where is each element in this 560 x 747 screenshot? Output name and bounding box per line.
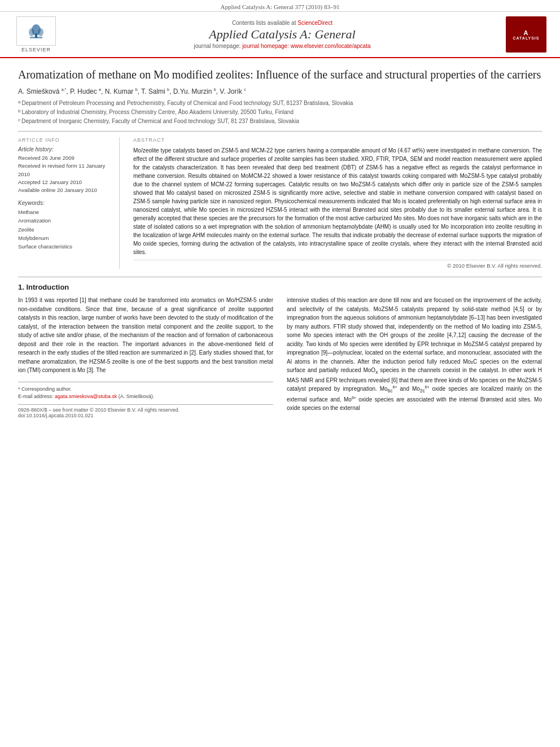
article-info-col: ARTICLE INFO Article history: Received 2… <box>18 137 120 269</box>
footnote-email-address[interactable]: agata.smieskova@stuba.sk <box>55 394 117 399</box>
history-label: Article history: <box>18 146 112 152</box>
abstract-col: ABSTRACT Mo/zeolite type catalysts based… <box>133 137 542 269</box>
contents-line: Contents lists available at ScienceDirec… <box>59 20 506 26</box>
doi-text: doi:10.1016/j.apcata.2010.01.021 <box>18 413 273 418</box>
introduction-section: 1. Introduction In 1993 it was reported … <box>18 277 542 418</box>
keywords-section: Keywords: Methane Aromatization Zeolite … <box>18 200 112 251</box>
keyword-methane: Methane <box>18 208 112 216</box>
keyword-aromatization: Aromatization <box>18 216 112 225</box>
catalysis-logo: A CATALYSIS <box>506 16 546 53</box>
authors: A. Smiešková a,*, P. Hudec a, N. Kumar b… <box>18 88 542 95</box>
svg-point-3 <box>38 28 43 36</box>
svg-rect-4 <box>30 37 42 38</box>
page: Applied Catalysis A: General 377 (2010) … <box>0 0 560 747</box>
intro-right-col: intensive studies of this reaction are d… <box>287 296 542 418</box>
article-title: Aromatization of methane on Mo modified … <box>18 67 542 82</box>
intro-two-col: In 1993 it was reported [1] that methane… <box>18 296 542 418</box>
history-received: Received 26 June 2009 <box>18 154 112 162</box>
journal-header: ELSEVIER Contents lists available at Sci… <box>0 12 560 58</box>
article-content: Aromatization of methane on Mo modified … <box>0 58 560 427</box>
article-history: Article history: Received 26 June 2009 R… <box>18 146 112 194</box>
history-available: Available online 20 January 2010 <box>18 186 112 194</box>
intro-heading: 1. Introduction <box>18 283 542 291</box>
copyright-line: © 2010 Elsevier B.V. All rights reserved… <box>133 260 542 269</box>
keyword-surface: Surface characteristics <box>18 242 112 251</box>
elsevier-logo: ELSEVIER <box>14 16 59 53</box>
footnote-email: E-mail address: agata.smieskova@stuba.sk… <box>18 393 273 401</box>
affiliation-b: b Laboratory of Industrial Chemistry, Pr… <box>18 108 542 116</box>
abstract-label: ABSTRACT <box>133 137 542 143</box>
top-citation-bar: Applied Catalysis A: General 377 (2010) … <box>0 0 560 12</box>
journal-homepage: journal homepage: journal homepage: www.… <box>59 43 506 49</box>
keyword-molybdenum: Molybdenum <box>18 234 112 242</box>
intro-left-col: In 1993 it was reported [1] that methane… <box>18 296 273 418</box>
affiliation-a: a Department of Petroleum Processing and… <box>18 99 542 107</box>
affiliations: a Department of Petroleum Processing and… <box>18 99 542 125</box>
journal-title: Applied Catalysis A: General <box>59 27 506 42</box>
bottom-bar: 0926-860X/$ – see front matter © 2010 El… <box>18 404 273 418</box>
issn-text: 0926-860X/$ – see front matter © 2010 El… <box>18 407 273 413</box>
history-revised: Received in revised form 11 January 2010 <box>18 162 112 178</box>
keyword-zeolite: Zeolite <box>18 225 112 234</box>
citation-text: Applied Catalysis A: General 377 (2010) … <box>221 3 340 10</box>
intro-right-text: intensive studies of this reaction are d… <box>287 296 542 413</box>
elsevier-text: ELSEVIER <box>21 47 51 53</box>
footnote-author-name: (A. Smiešková). <box>119 394 155 399</box>
keywords-label: Keywords: <box>18 200 112 206</box>
footnote-corresponding: * Corresponding author. <box>18 386 273 394</box>
footnote-section: * Corresponding author. E-mail address: … <box>18 382 273 401</box>
elsevier-logo-box <box>16 16 56 46</box>
history-accepted: Accepted 12 January 2010 <box>18 178 112 186</box>
svg-point-2 <box>29 28 34 36</box>
sciencedirect-link[interactable]: ScienceDirect <box>298 20 333 26</box>
journal-center: Contents lists available at ScienceDirec… <box>59 20 506 49</box>
article-info-abstract-section: ARTICLE INFO Article history: Received 2… <box>18 131 542 269</box>
article-info-label: ARTICLE INFO <box>18 137 112 143</box>
affiliation-c: c Department of Inorganic Chemistry, Fac… <box>18 117 542 125</box>
abstract-text: Mo/zeolite type catalysts based on ZSM-5… <box>133 146 542 256</box>
elsevier-tree-icon <box>25 22 47 40</box>
intro-left-text: In 1993 it was reported [1] that methane… <box>18 296 273 375</box>
catalysis-logo-text: CATALYSIS <box>513 36 540 40</box>
